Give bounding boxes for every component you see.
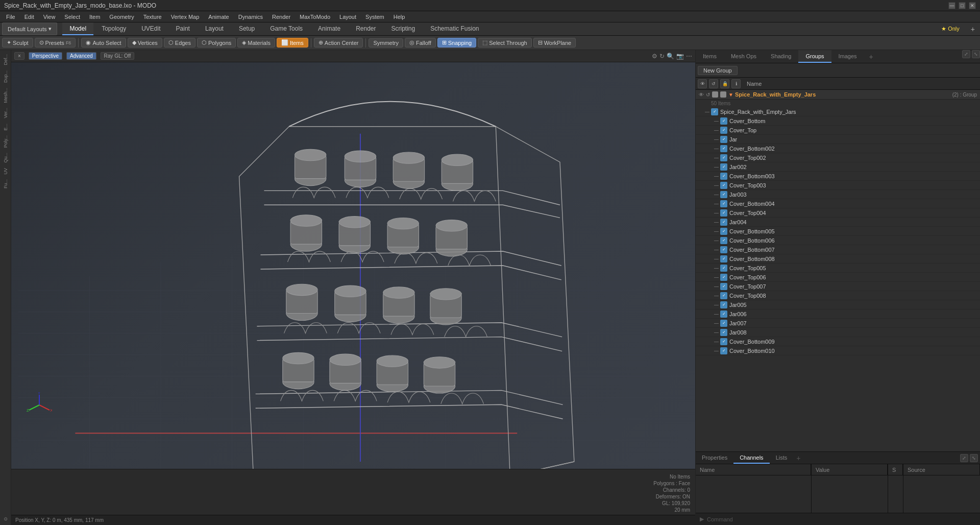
- tree-item-eye[interactable]: —: [714, 321, 719, 326]
- tree-item-eye[interactable]: —: [714, 339, 719, 344]
- sidebar-bottom-icon[interactable]: ⊙: [2, 515, 9, 523]
- tab-setup[interactable]: Setup: [232, 22, 262, 35]
- menu-item-maxtomodo[interactable]: MaxToModo: [296, 13, 334, 21]
- falloff-button[interactable]: ◎ Falloff: [405, 38, 436, 47]
- menu-item-system[interactable]: System: [361, 13, 388, 21]
- tree-item-eye[interactable]: —: [714, 192, 719, 197]
- maximize-button[interactable]: □: [959, 2, 966, 9]
- tree-item[interactable]: — ✓ Jar007: [696, 319, 980, 328]
- tree-item-eye[interactable]: —: [714, 266, 719, 271]
- tree-item-eye[interactable]: —: [705, 109, 709, 114]
- layout-dropdown[interactable]: Default Layouts ▾: [2, 22, 57, 35]
- tab-scripting[interactable]: Scripting: [384, 22, 422, 35]
- sidebar-item-poly[interactable]: Poly...: [2, 133, 9, 150]
- menu-item-item[interactable]: Item: [85, 13, 104, 21]
- tree-item-eye[interactable]: —: [714, 256, 719, 261]
- tree-item-eye[interactable]: —: [714, 229, 719, 234]
- bottom-collapse-button[interactable]: ⤡: [970, 454, 978, 462]
- tree-item[interactable]: — ✓ Cover_Bottom003: [696, 172, 980, 181]
- sidebar-item-mesh[interactable]: Mesh...: [2, 86, 9, 105]
- menu-item-layout[interactable]: Layout: [335, 13, 360, 21]
- sidebar-item-uv[interactable]: UV: [2, 166, 9, 177]
- tree-item-eye[interactable]: —: [714, 247, 719, 252]
- tree-item[interactable]: — ✓ Jar006: [696, 309, 980, 319]
- panel-collapse-button[interactable]: ⤡: [972, 50, 980, 58]
- tab-mesh-ops[interactable]: Mesh Ops: [724, 50, 764, 63]
- tree-item[interactable]: — ✓ Jar003: [696, 190, 980, 199]
- tree-item[interactable]: — ✓ Cover_Bottom006: [696, 236, 980, 245]
- bottom-expand-button[interactable]: ⤢: [960, 454, 968, 462]
- items-button[interactable]: ⬜ Items: [277, 38, 308, 47]
- star-button[interactable]: ★ Only: [937, 25, 964, 33]
- tab-paint[interactable]: Paint: [169, 22, 197, 35]
- add-layout-button[interactable]: +: [968, 24, 978, 34]
- tree-item-eye[interactable]: —: [714, 201, 719, 206]
- tree-item[interactable]: — ✓ Cover_Bottom: [696, 116, 980, 126]
- close-button[interactable]: ✕: [969, 2, 976, 9]
- sculpt-button[interactable]: ✦ Sculpt: [2, 38, 33, 47]
- tab-lists[interactable]: Lists: [770, 452, 794, 464]
- workplane-button[interactable]: ⊟ WorkPlane: [533, 38, 576, 47]
- auto-select-button[interactable]: ◉ Auto Select: [81, 38, 126, 47]
- presets-button[interactable]: ⊙ Presets F6: [35, 38, 76, 47]
- menu-item-render[interactable]: Render: [268, 13, 295, 21]
- tree-item-eye[interactable]: —: [714, 118, 719, 124]
- tree-item[interactable]: — ✓ Cover_Bottom004: [696, 199, 980, 208]
- menu-item-animate[interactable]: Animate: [204, 13, 233, 21]
- advanced-button[interactable]: Advanced: [66, 52, 96, 60]
- new-group-button[interactable]: New Group: [698, 66, 738, 75]
- tree-item-eye[interactable]: —: [714, 220, 719, 225]
- tree-item-eye[interactable]: —: [714, 238, 719, 243]
- menu-item-dynamics[interactable]: Dynamics: [234, 13, 267, 21]
- menu-item-help[interactable]: Help: [389, 13, 409, 21]
- tree-item-eye[interactable]: —: [714, 174, 719, 179]
- viewport-3d[interactable]: X Y Z: [11, 62, 695, 469]
- tree-item[interactable]: — ✓ Cover_Bottom007: [696, 245, 980, 254]
- viewport-icon-rotate[interactable]: ↻: [659, 53, 665, 60]
- viewport-icon-zoom[interactable]: 🔍: [667, 53, 674, 60]
- tab-groups[interactable]: Groups: [798, 50, 831, 63]
- tab-uvedit[interactable]: UVEdit: [134, 22, 167, 35]
- tab-topology[interactable]: Topology: [94, 22, 133, 35]
- tree-item-eye[interactable]: —: [714, 348, 719, 353]
- sidebar-item-qu[interactable]: Qu...: [2, 151, 9, 165]
- tree-item[interactable]: — ✓ Cover_Top004: [696, 208, 980, 218]
- panel-info-icon[interactable]: ℹ: [731, 79, 741, 88]
- tree-view[interactable]: 👁 ↺ ▼ Spice_Rack_with_Empty_Jars (2) : G…: [696, 90, 980, 451]
- tree-item[interactable]: — ✓ Cover_Top006: [696, 273, 980, 282]
- tree-item[interactable]: — ✓ Cover_Top003: [696, 181, 980, 190]
- menu-item-file[interactable]: File: [2, 13, 19, 21]
- sidebar-item-ver[interactable]: Ver...: [2, 106, 9, 121]
- tree-item-eye[interactable]: —: [714, 210, 719, 216]
- tree-item-eye[interactable]: —: [714, 302, 719, 307]
- panel-expand-button[interactable]: ⤢: [962, 50, 970, 58]
- menu-item-view[interactable]: View: [39, 13, 60, 21]
- tree-item-eye[interactable]: —: [714, 330, 719, 335]
- tree-item-eye[interactable]: —: [714, 275, 719, 280]
- polygons-button[interactable]: ⬡ Polygons: [197, 38, 236, 47]
- group-lock-icon[interactable]: [712, 91, 718, 98]
- tab-render[interactable]: Render: [349, 22, 383, 35]
- materials-button[interactable]: ◈ Materials: [237, 38, 275, 47]
- action-center-button[interactable]: ⊕ Action Center: [314, 38, 363, 47]
- panel-lock-icon[interactable]: 🔒: [720, 79, 729, 88]
- ray-gl-button[interactable]: Ray GL: Off: [101, 52, 135, 60]
- tree-item-eye[interactable]: —: [714, 293, 719, 298]
- tab-animate[interactable]: Animate: [311, 22, 348, 35]
- tree-item[interactable]: — ✓ Cover_Bottom002: [696, 144, 980, 153]
- tree-item[interactable]: — ✓ Jar: [696, 135, 980, 144]
- menu-item-edit[interactable]: Edit: [20, 13, 38, 21]
- menu-item-geometry[interactable]: Geometry: [105, 13, 138, 21]
- sidebar-item-def[interactable]: Def...: [2, 52, 9, 67]
- tree-item[interactable]: — ✓ Jar002: [696, 162, 980, 172]
- viewport-icon-more[interactable]: ⋯: [686, 53, 692, 60]
- tree-item-eye[interactable]: —: [714, 164, 719, 170]
- add-tab-button[interactable]: +: [866, 50, 876, 63]
- tree-item[interactable]: — ✓ Cover_Top008: [696, 291, 980, 300]
- tab-game-tools[interactable]: Game Tools: [263, 22, 310, 35]
- group-eye-icon[interactable]: 👁: [699, 92, 704, 98]
- menu-item-select[interactable]: Select: [60, 13, 84, 21]
- tree-item[interactable]: — ✓ Cover_Bottom009: [696, 337, 980, 346]
- tab-shading[interactable]: Shading: [764, 50, 798, 63]
- tree-item[interactable]: — ✓ Jar008: [696, 328, 980, 337]
